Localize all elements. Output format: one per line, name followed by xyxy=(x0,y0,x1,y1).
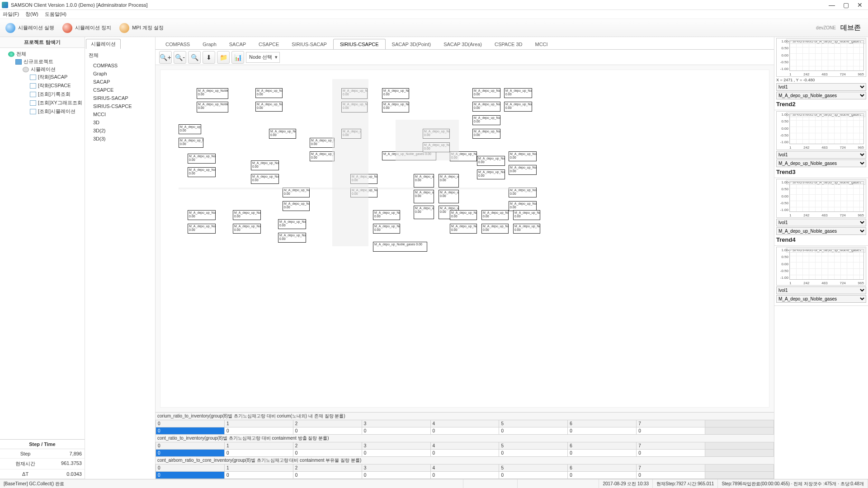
grid-cell-highlight[interactable]: 0 xyxy=(156,427,225,435)
diagram-node[interactable]: M_A_depo_up_Noble_gases 0.00 xyxy=(513,224,540,234)
trend-select-var[interactable]: M_A_depo_up_Noble_gases xyxy=(776,160,866,167)
diagram-node[interactable]: M_A_depo_up_Noble_gases 0.00 xyxy=(509,165,537,175)
diagram-node[interactable]: M_A_depo_up_Noble_gases 0.00 xyxy=(283,201,310,211)
main-tab[interactable]: Graph xyxy=(196,39,223,49)
simlist-item[interactable]: SIRIUS-SACAP xyxy=(92,94,151,102)
diagram-node[interactable]: M_A_depo_up_Noble_gases 0.00 xyxy=(197,102,228,113)
simlist-item[interactable]: CSAPCE xyxy=(92,86,151,94)
menu-window[interactable]: 창(W) xyxy=(25,11,38,18)
grid-cell-highlight[interactable]: 0 xyxy=(156,450,225,457)
data-grid[interactable]: 0123456700000000 xyxy=(156,464,774,479)
diagram-node[interactable]: M_A_depo_up_Noble_gases 0.00 xyxy=(513,210,540,220)
simlist-item[interactable]: SACAP xyxy=(92,78,151,86)
simlist-item[interactable]: 3D(2) xyxy=(92,127,151,135)
diagram-node[interactable]: M_A_depo_up_Noble_gases 0.00 xyxy=(472,129,500,139)
diagram-node[interactable]: M_A_depo_up_Noble_gases 0.00 xyxy=(509,151,537,161)
open-folder-button[interactable]: 📁 xyxy=(217,51,230,64)
diagram-node[interactable]: M_A_depo_up_Noble_gases 0.00 xyxy=(414,206,434,219)
tree-simulation[interactable]: 시뮬레이션 [작화]SACAP[작화]CSPACE[조회]기록조회[조회]XY그… xyxy=(23,65,84,117)
tree-project[interactable]: 신규프로젝트 시뮬레이션 [작화]SACAP[작화]CSPACE[조회]기록조회… xyxy=(15,57,84,117)
grid-cell[interactable]: 0 xyxy=(568,472,637,479)
diagram-node[interactable]: M_A_depo_up_Noble_gases 0.00 xyxy=(450,210,477,220)
simlist-root[interactable]: 전체 xyxy=(88,51,152,60)
diagram-node[interactable]: M_A_depo_up_Noble_gases 0.00 xyxy=(439,174,459,188)
grid-cell[interactable]: 0 xyxy=(362,450,430,457)
menu-help[interactable]: 도움말(H) xyxy=(45,11,66,18)
grid-cell[interactable]: 0 xyxy=(499,450,568,457)
main-tab[interactable]: SIRIUS-SACAP xyxy=(285,39,333,49)
tree-item[interactable]: [작화]SACAP xyxy=(30,73,84,81)
diagram-node[interactable]: M_A_depo_up_Noble_gases 0.00 xyxy=(439,190,459,203)
tree-item[interactable]: [조회]XY그래프조회 xyxy=(30,99,84,107)
grid-cell[interactable]: 0 xyxy=(293,472,362,479)
main-tab[interactable]: COMPASS xyxy=(159,39,196,49)
main-tab[interactable]: SACAP 3D(Area) xyxy=(437,39,488,49)
simlist-item[interactable]: Graph xyxy=(92,70,151,78)
grid-cell[interactable]: 0 xyxy=(637,450,705,457)
trend-select-var[interactable]: M_A_depo_up_Noble_gases xyxy=(776,295,866,303)
diagram-node[interactable]: M_A_depo_up_Noble_gases 0.00 xyxy=(477,156,505,166)
tree-item[interactable]: [작화]CSPACE xyxy=(30,81,84,90)
diagram-node[interactable]: M_A_depo_up_Noble_gases 0.00 xyxy=(188,210,216,220)
simulation-tab[interactable]: 시뮬레이션 xyxy=(86,39,121,49)
chart-button[interactable]: 📊 xyxy=(231,51,244,64)
diagram-node[interactable]: M_A_depo_up_Noble_gases 0.00 xyxy=(504,88,532,98)
trend-select-vol[interactable]: lvol1 xyxy=(776,286,866,294)
diagram-node[interactable]: M_A_depo_up_Noble_gases 0.00 xyxy=(233,224,261,234)
diagram-node[interactable]: M_A_depo_up_Noble_gases 0.00 xyxy=(251,160,279,170)
trend-select-var[interactable]: M_A_depo_up_Noble_gases xyxy=(776,92,866,99)
diagram-node[interactable]: M_A_depo_up_Noble_gases 0.00 xyxy=(310,138,335,148)
tree-item[interactable]: [조회]기록조회 xyxy=(30,90,84,99)
grid-cell[interactable]: 0 xyxy=(637,472,705,479)
grid-cell[interactable]: 0 xyxy=(362,472,430,479)
export-button[interactable]: ⬇ xyxy=(203,51,215,64)
trend-chart[interactable]: — SIRIUS-lvol1-M_A_depo_up_Noble_gases..… xyxy=(776,111,866,150)
diagram-node[interactable]: M_A_depo_up_Noble_gases 0.00 xyxy=(278,219,306,229)
project-tree[interactable]: 전체 신규프로젝트 시뮬레이션 [작화]SACAP[작화]CSPACE[조회]기… xyxy=(0,48,85,439)
simlist-item[interactable]: 3D xyxy=(92,118,151,127)
grid-cell[interactable]: 0 xyxy=(430,472,499,479)
grid-cell[interactable]: 0 xyxy=(430,450,499,457)
diagram-node[interactable]: M_A_depo_up_Noble_gases 0.00 xyxy=(179,138,203,148)
grid-cell[interactable]: 0 xyxy=(224,450,293,457)
simlist-item[interactable]: SIRIUS-CSAPCE xyxy=(92,102,151,110)
diagram-node[interactable]: M_A_depo_up_Noble_gases 0.00 xyxy=(450,224,477,234)
main-tab[interactable]: SACAP 3D(Point) xyxy=(386,39,438,49)
diagram-node[interactable]: M_A_depo_up_Noble_gases 0.00 xyxy=(373,210,400,220)
grid-cell[interactable]: 0 xyxy=(568,427,637,435)
trend-select-vol[interactable]: lvol1 xyxy=(776,219,866,226)
diagram-node[interactable]: M_A_depo_up_Noble_gases 0.00 xyxy=(481,210,509,220)
diagram-node[interactable]: M_A_depo_up_Noble_gases 0.00 xyxy=(509,201,537,211)
main-tab[interactable]: SACAP xyxy=(223,39,252,49)
grid-cell-highlight[interactable]: 0 xyxy=(156,472,225,479)
data-grid[interactable]: 0123456700000000 xyxy=(156,442,774,457)
grid-cell[interactable]: 0 xyxy=(224,472,293,479)
diagram-node[interactable]: M_A_depo_up_Noble_gases 0.00 xyxy=(472,102,500,112)
mpi-settings-button[interactable]: MPI 계정 설정 xyxy=(117,22,166,34)
diagram-node[interactable]: M_A_depo_up_Noble_gases 0.00 xyxy=(504,102,532,112)
grid-cell[interactable]: 0 xyxy=(499,472,568,479)
diagram-node[interactable]: M_A_depo_up_Noble_gases 0.00 xyxy=(373,224,400,234)
main-tab[interactable]: SIRIUS-CSAPCE xyxy=(333,39,386,50)
grid-cell[interactable]: 0 xyxy=(362,427,430,435)
trend-select-vol[interactable]: lvol1 xyxy=(776,151,866,159)
data-grid[interactable]: 0123456700000000 xyxy=(156,420,774,435)
grid-cell[interactable]: 0 xyxy=(224,427,293,435)
zoom-fit-button[interactable]: 🔍 xyxy=(188,51,201,64)
simlist-item[interactable]: 3D(3) xyxy=(92,135,151,143)
main-tab[interactable]: MCCI xyxy=(528,39,554,49)
grid-cell[interactable]: 0 xyxy=(637,427,705,435)
diagram-node[interactable]: M_A_depo_up_Noble_gases 0.00 xyxy=(481,224,509,234)
trend-chart[interactable]: — SIRIUS-lvol1-M_A_depo_up_Noble_gases..… xyxy=(776,38,866,77)
diagram-node[interactable]: M_A_depo_up_Noble_gases 0.00 xyxy=(251,174,279,184)
diagram-node[interactable]: M_A_depo_up_Noble_gases 0.00 xyxy=(233,210,261,220)
diagram-node[interactable]: M_A_depo_up_Noble_gases 0.00 xyxy=(414,174,434,188)
diagram-area[interactable]: M_A_depo_up_Noble_gases 0.00M_A_depo_up_… xyxy=(156,65,774,412)
diagram-node[interactable]: M_A_depo_up_Noble_gases 0.00 xyxy=(414,190,434,203)
diagram-node[interactable]: M_A_depo_up_Noble_gases 0.00 xyxy=(188,154,216,164)
grid-cell[interactable]: 0 xyxy=(430,427,499,435)
minimize-button[interactable]: — xyxy=(829,1,835,9)
trend-chart[interactable]: — SIRIUS-lvol1-M_A_depo_up_Noble_gases..… xyxy=(776,247,866,286)
grid-cell[interactable]: 0 xyxy=(293,450,362,457)
diagram-node[interactable]: M_A_depo_up_Noble_gases 0.00 xyxy=(269,129,296,139)
